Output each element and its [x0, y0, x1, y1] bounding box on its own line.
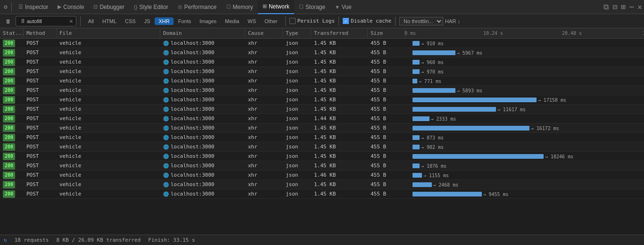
- table-row[interactable]: 200POSTvehicle🌐localhost:3000xhrjson1.45…: [0, 76, 644, 86]
- col-status[interactable]: Stat...: [0, 28, 24, 38]
- table-row[interactable]: 200POSTvehicle🌐localhost:3000xhrjson1.45…: [0, 133, 644, 142]
- cell-method: POST: [24, 133, 57, 142]
- col-domain[interactable]: Domain: [160, 28, 245, 38]
- table-row[interactable]: 200POSTvehicle🌐localhost:3000xhrjson1.45…: [0, 161, 644, 171]
- search-input[interactable]: [27, 18, 69, 24]
- disable-cache-checkbox[interactable]: ✓: [343, 18, 349, 24]
- cell-timeline: → 1076 ms: [405, 161, 644, 170]
- timeline-label: → 970 ms: [421, 69, 444, 74]
- cell-status: 200: [0, 48, 24, 57]
- tab-performance[interactable]: ◎ Performance: [173, 0, 222, 14]
- timeline-label: → 902 ms: [421, 144, 444, 149]
- table-row[interactable]: 200POSTvehicle🌐localhost:3000xhrjson1.45…: [0, 67, 644, 76]
- cell-cause: xhr: [245, 39, 283, 48]
- clear-filter-icon[interactable]: ✕: [69, 17, 73, 24]
- col-transferred[interactable]: Transferred: [311, 28, 368, 38]
- timeline-label: → 771 ms: [419, 78, 441, 83]
- table-row[interactable]: 200POSTvehicle🌐localhost:3000xhrjson1.46…: [0, 171, 644, 180]
- filter-input-wrap: ⏸ ✕: [16, 16, 76, 26]
- tab-debugger[interactable]: ⊡ Debugger: [89, 0, 129, 14]
- table-row[interactable]: 200POSTvehicle🌐localhost:3000xhrjson1.45…: [0, 86, 644, 95]
- filter-type-fonts[interactable]: Fonts: [174, 17, 195, 25]
- timeline-bar: [413, 60, 420, 65]
- cell-type: json: [283, 189, 311, 198]
- filter-type-media[interactable]: Media: [221, 17, 243, 25]
- throttle-select[interactable]: No throttlin...: [399, 17, 443, 25]
- table-row[interactable]: 200POSTvehicle🌐localhost:3000xhrjson1.45…: [0, 123, 644, 133]
- tab-storage[interactable]: ☐ Storage: [294, 0, 330, 14]
- cell-transferred: 1.46 KB: [311, 171, 368, 180]
- persist-logs-label[interactable]: Persist Logs: [289, 18, 335, 24]
- filter-type-other[interactable]: Other: [261, 17, 281, 25]
- cell-domain: 🌐localhost:3000: [160, 161, 245, 170]
- table-row[interactable]: 200POSTvehicle🌐localhost:3000xhrjson1.44…: [0, 114, 644, 123]
- disable-cache-label[interactable]: ✓ Disable cache: [343, 18, 391, 24]
- col-file[interactable]: File: [57, 28, 160, 38]
- har-button[interactable]: HAR ↓: [445, 18, 460, 24]
- tab-inspector[interactable]: ☰ Inspector: [14, 0, 53, 14]
- popout-icon[interactable]: ⊞: [621, 2, 626, 11]
- cell-file: vehicle: [57, 48, 160, 57]
- timeline-bar: [413, 88, 455, 93]
- domain-icon: 🌐: [163, 144, 169, 150]
- status-badge: 200: [3, 162, 15, 170]
- devtools-menu-icon[interactable]: ⚙: [2, 3, 9, 11]
- tab-network[interactable]: ⊞ Network: [258, 0, 294, 14]
- filter-type-ws[interactable]: WS: [244, 17, 260, 25]
- table-row[interactable]: 200POSTvehicle🌐localhost:3000xhrjson1.45…: [0, 105, 644, 114]
- more-icon[interactable]: ⋯: [629, 2, 634, 11]
- table-row[interactable]: 200POSTvehicle🌐localhost:3000xhrjson1.45…: [0, 95, 644, 105]
- table-row[interactable]: 200POSTvehicle🌐localhost:3000xhrjson1.45…: [0, 39, 644, 48]
- cell-method: POST: [24, 105, 57, 114]
- timeline-bar: [413, 79, 417, 83]
- cell-method: POST: [24, 123, 57, 132]
- cell-status: 200: [0, 161, 24, 170]
- cell-cause: xhr: [245, 57, 283, 66]
- split-icon[interactable]: ⊟: [612, 2, 617, 11]
- cell-domain: 🌐localhost:3000: [160, 142, 245, 151]
- domain-icon: 🌐: [163, 50, 169, 56]
- persist-logs-checkbox[interactable]: [289, 18, 296, 24]
- tab-vue[interactable]: ▼ Vue: [330, 0, 356, 14]
- col-type[interactable]: Type: [283, 28, 311, 38]
- table-row[interactable]: 200POSTvehicle🌐localhost:3000xhrjson1.45…: [0, 142, 644, 152]
- filter-type-images[interactable]: Images: [196, 17, 220, 25]
- cell-transferred: 1.44 KB: [311, 114, 368, 123]
- timeline-bar: [413, 69, 420, 74]
- filter-toolbar: 🗑 ⏸ ✕ AllHTMLCSSJSXHRFontsImagesMediaWSO…: [0, 14, 644, 28]
- filter-type-js[interactable]: JS: [140, 17, 154, 25]
- status-badge: 200: [3, 58, 15, 66]
- cell-timeline: → 910 ms: [405, 39, 644, 48]
- close-devtools-icon[interactable]: ✕: [637, 2, 642, 11]
- cell-size: 455 B: [368, 142, 405, 151]
- filter-type-html[interactable]: HTML: [99, 17, 120, 25]
- table-row[interactable]: 200POSTvehicle🌐localhost:3000xhrjson1.45…: [0, 48, 644, 57]
- timeline-label: → 17158 ms: [538, 97, 566, 102]
- cell-cause: xhr: [245, 171, 283, 180]
- table-row[interactable]: 200POSTvehicle🌐localhost:3000xhrjson1.45…: [0, 57, 644, 67]
- col-cause[interactable]: Cause: [245, 28, 283, 38]
- filter-type-css[interactable]: CSS: [121, 17, 140, 25]
- tab-style-editor[interactable]: {} Style Editor: [129, 0, 173, 14]
- dock-icon[interactable]: ⧉: [603, 2, 609, 11]
- col-method[interactable]: Method: [24, 28, 57, 38]
- filter-type-all[interactable]: All: [84, 17, 98, 25]
- table-row[interactable]: 200POSTvehicle🌐localhost:3000xhrjson1.45…: [0, 152, 644, 161]
- tab-memory[interactable]: ☐ Memory: [222, 0, 258, 14]
- cell-size: 455 B: [368, 123, 405, 132]
- filter-type-xhr[interactable]: XHR: [155, 17, 173, 25]
- clear-requests-button[interactable]: 🗑: [3, 17, 14, 25]
- cell-timeline: → 5967 ms: [405, 48, 644, 57]
- timeline-label: → 1076 ms: [421, 163, 446, 168]
- cell-transferred: 1.45 KB: [311, 142, 368, 151]
- domain-icon: 🌐: [163, 163, 169, 169]
- cell-domain: 🌐localhost:3000: [160, 152, 245, 161]
- tab-console[interactable]: ▶ Console: [53, 0, 89, 14]
- cell-status: 200: [0, 67, 24, 76]
- top-toolbar: ⚙ ☰ Inspector▶ Console⊡ Debugger{} Style…: [0, 0, 644, 14]
- status-badge: 200: [3, 124, 15, 132]
- table-row[interactable]: 200POSTvehicle🌐localhost:3000xhrjson1.45…: [0, 189, 644, 199]
- cell-timeline: → 970 ms: [405, 67, 644, 76]
- table-row[interactable]: 200POSTvehicle🌐localhost:3000xhrjson1.45…: [0, 180, 644, 189]
- col-size[interactable]: Size: [368, 28, 405, 38]
